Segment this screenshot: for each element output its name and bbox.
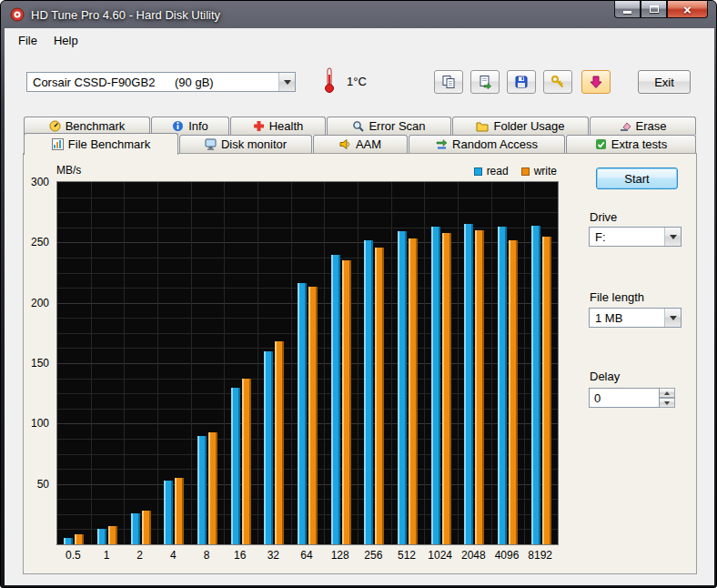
health-icon: [253, 120, 265, 132]
tab-benchmark[interactable]: Benchmark: [24, 117, 150, 135]
drive-select[interactable]: F:: [589, 227, 682, 247]
titlebar: HD Tune Pro 4.60 - Hard Disk Utility: [1, 1, 716, 28]
aam-icon: [339, 138, 351, 150]
write-bar: [375, 248, 384, 544]
device-select[interactable]: Corsair CSSD-F90GB2 (90 gB): [26, 72, 296, 92]
disk-monitor-icon: [205, 138, 217, 150]
options-button[interactable]: [543, 70, 572, 94]
tab-disk-monitor[interactable]: Disk monitor: [179, 135, 312, 153]
read-bar: [331, 255, 340, 544]
dropdown-arrow-icon: [664, 228, 681, 246]
tab-label: Extra tests: [611, 137, 667, 151]
benchmark-icon: [49, 120, 61, 132]
close-button[interactable]: ×: [667, 1, 708, 18]
app-icon: [10, 7, 25, 22]
x-tick-label: 64: [290, 549, 324, 562]
minimize-icon: [623, 11, 631, 14]
app-window: HD Tune Pro 4.60 - Hard Disk Utility × F…: [0, 0, 717, 588]
tab-error-scan[interactable]: Error Scan: [327, 117, 451, 135]
copy-button[interactable]: [434, 70, 463, 94]
export-button[interactable]: [470, 70, 500, 94]
write-bar: [175, 478, 184, 544]
x-tick-label: 8: [190, 549, 224, 562]
delay-label: Delay: [590, 370, 620, 383]
x-tick-label: 4: [157, 549, 190, 562]
y-axis-unit-label: MB/s: [56, 164, 81, 177]
keys-icon: [550, 75, 565, 89]
info-icon: [172, 120, 184, 132]
x-tick-label: 2: [123, 549, 157, 562]
read-bar: [498, 227, 507, 544]
tab-info[interactable]: Info: [151, 117, 229, 135]
write-bar: [275, 341, 284, 544]
tab-folder-usage[interactable]: Folder Usage: [452, 117, 589, 135]
tab-file-benchmark[interactable]: File Benchmark: [24, 133, 178, 155]
legend-swatch-write: [521, 167, 530, 176]
x-tick-label: 8192: [523, 549, 557, 562]
read-bar: [264, 351, 273, 544]
read-bar: [364, 240, 373, 544]
menu-help[interactable]: Help: [45, 31, 86, 50]
extra-tests-icon: [595, 138, 607, 150]
minimize-button[interactable]: [614, 1, 641, 18]
tab-row-2: File Benchmark Disk monitor AAM Random A…: [24, 135, 697, 153]
tab-label: File Benchmark: [68, 137, 150, 151]
write-bar: [409, 238, 418, 544]
tab-health[interactable]: Health: [230, 117, 326, 135]
dropdown-arrow-icon: [278, 73, 295, 91]
menu-bar: File Help: [5, 28, 714, 52]
dropdown-arrow-icon: [664, 309, 681, 327]
tab-extra-tests[interactable]: Extra tests: [566, 135, 696, 153]
delay-spin-down[interactable]: [660, 398, 675, 408]
tab-label: Erase: [636, 119, 667, 133]
benchmark-chart: [56, 181, 559, 545]
temperature-readout: 1°C: [347, 75, 367, 88]
x-tick-label: 32: [257, 549, 290, 562]
tab-random-access[interactable]: Random Access: [409, 135, 565, 153]
client-area: File Help Corsair CSSD-F90GB2 (90 gB) 1°…: [5, 28, 714, 585]
file-benchmark-page: MB/s read write 30025020015010050 0.5124…: [23, 153, 697, 574]
y-tick-label: 250: [24, 236, 49, 248]
save-button[interactable]: [507, 70, 536, 94]
read-bar: [131, 513, 140, 544]
menu-file[interactable]: File: [10, 31, 45, 50]
tab-row-1: Benchmark Info Health Error Scan Folder …: [24, 117, 697, 135]
read-bar: [298, 283, 307, 544]
y-tick-label: 150: [24, 357, 49, 370]
x-tick-label: 1: [90, 549, 124, 562]
exit-button[interactable]: Exit: [638, 70, 691, 94]
folder-icon: [476, 121, 489, 132]
maximize-button[interactable]: [641, 1, 667, 18]
x-tick-label: 16: [223, 549, 257, 562]
read-bar: [197, 436, 207, 544]
delay-input[interactable]: [589, 388, 660, 408]
x-tick-label: 4096: [490, 549, 524, 562]
read-bar: [64, 538, 73, 544]
start-button[interactable]: Start: [596, 167, 678, 189]
thermometer-icon: [323, 66, 336, 96]
close-icon: ×: [683, 3, 692, 16]
random-access-icon: [436, 138, 448, 150]
file-length-select[interactable]: 1 MB: [589, 308, 682, 328]
tab-aam[interactable]: AAM: [313, 135, 408, 153]
x-tick-label: 1024: [423, 549, 457, 562]
tab-label: Info: [188, 119, 208, 133]
capture-button[interactable]: [581, 70, 611, 94]
x-tick-label: 128: [323, 549, 357, 562]
maximize-icon: [650, 5, 659, 13]
save-icon: [514, 75, 529, 89]
x-tick-label: 2048: [457, 549, 490, 562]
chart-legend: read write: [474, 165, 557, 177]
read-bar: [531, 226, 540, 544]
legend-swatch-read: [474, 167, 482, 176]
write-bar: [442, 233, 451, 544]
write-bar: [242, 379, 251, 544]
delay-spin-up[interactable]: [660, 388, 675, 398]
y-tick-label: 100: [24, 417, 49, 430]
legend-label-read: read: [487, 165, 509, 177]
window-title: HD Tune Pro 4.60 - Hard Disk Utility: [31, 8, 220, 22]
tab-erase[interactable]: Erase: [590, 117, 696, 135]
device-select-value: Corsair CSSD-F90GB2 (90 gB): [27, 73, 278, 91]
tab-label: Health: [269, 119, 304, 133]
y-tick-label: 50: [24, 478, 49, 491]
